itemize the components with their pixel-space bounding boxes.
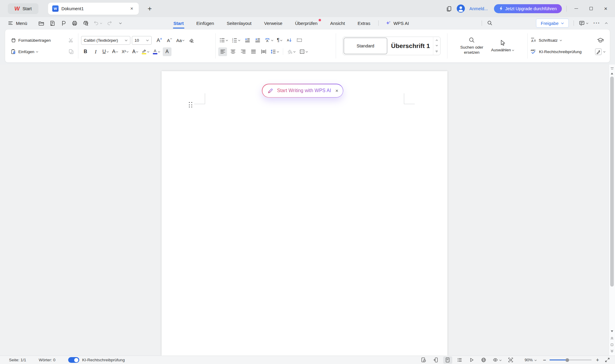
- document-area[interactable]: Start Writing with WPS AI ×: [0, 65, 615, 356]
- increase-indent-button[interactable]: [253, 36, 262, 45]
- word-count[interactable]: Wörter: 0: [39, 358, 56, 362]
- share-button[interactable]: Freigabe: [536, 19, 569, 28]
- scrollbar-thumb[interactable]: [610, 77, 614, 287]
- scroll-down-arrow[interactable]: [611, 330, 613, 332]
- more-options-button[interactable]: ···: [593, 20, 600, 26]
- italic-button[interactable]: I: [91, 47, 100, 56]
- decrease-indent-button[interactable]: [243, 36, 252, 45]
- styles-expand[interactable]: [436, 50, 438, 53]
- home-tab[interactable]: W Start: [8, 3, 38, 14]
- spellcheck-toggle[interactable]: [68, 357, 79, 363]
- document-tab[interactable]: W Dokument1 ×: [48, 3, 139, 15]
- line-spacing-button[interactable]: [269, 47, 280, 56]
- focus-mode-button[interactable]: [506, 356, 515, 364]
- superscript-button[interactable]: X²: [121, 47, 130, 56]
- print-layout-view-button[interactable]: [443, 356, 452, 364]
- fit-screen-button[interactable]: [604, 357, 610, 363]
- shrink-font-button[interactable]: A−: [165, 36, 174, 45]
- main-menu-button[interactable]: Menü: [5, 19, 30, 27]
- signin-link[interactable]: Anmeld...: [469, 6, 488, 11]
- paste-button[interactable]: Einfügen: [9, 48, 40, 56]
- ai-writing-pill[interactable]: Start Writing with WPS AI ×: [262, 84, 343, 98]
- zoom-slider[interactable]: [550, 359, 592, 360]
- export-pdf-button[interactable]: [60, 19, 68, 27]
- vertical-scrollbar[interactable]: [609, 65, 615, 356]
- scroll-up-arrow[interactable]: [611, 73, 613, 74]
- open-file-button[interactable]: [38, 19, 45, 27]
- close-window-button[interactable]: ×: [601, 4, 611, 13]
- format-painter-button[interactable]: Formatübertragen: [9, 36, 53, 44]
- select-browse-object-button[interactable]: [611, 344, 613, 346]
- select-button[interactable]: Auswählen: [488, 38, 517, 54]
- zoom-level[interactable]: 90%: [525, 358, 533, 362]
- highlight-color-button[interactable]: [141, 47, 150, 56]
- undo-chevron-icon[interactable]: [100, 22, 102, 24]
- tab-extras[interactable]: Extras: [351, 17, 377, 29]
- search-button[interactable]: [487, 20, 493, 26]
- borders-button[interactable]: [298, 47, 309, 56]
- restore-button[interactable]: [586, 4, 596, 13]
- change-case-button[interactable]: Aa: [175, 36, 186, 45]
- font-color-button[interactable]: A: [152, 47, 161, 56]
- zoom-in-button[interactable]: +: [596, 357, 599, 363]
- redo-button[interactable]: [106, 19, 114, 27]
- window-stack-icon[interactable]: [446, 5, 452, 12]
- tab-ueberpruefen[interactable]: Überprüfen: [289, 17, 324, 29]
- char-shading-button[interactable]: A: [163, 47, 171, 56]
- spellcheck-button[interactable]: ABC KI-Rechtschreibprüfung: [530, 49, 582, 55]
- justify-button[interactable]: [249, 47, 258, 56]
- cut-button[interactable]: [67, 36, 75, 45]
- show-marks-button[interactable]: ¶: [276, 36, 283, 45]
- collapse-ribbon-button[interactable]: [605, 22, 608, 25]
- avatar[interactable]: [457, 5, 465, 13]
- ruler-toggle-icon[interactable]: [610, 66, 614, 70]
- styles-scroll-up[interactable]: [436, 39, 438, 41]
- style-heading1[interactable]: Überschrift 1: [388, 37, 433, 55]
- text-orientation-button[interactable]: A: [285, 36, 294, 45]
- distribute-button[interactable]: [259, 47, 268, 56]
- print-preview-button[interactable]: [82, 19, 90, 27]
- zoom-slider-knob[interactable]: [565, 358, 569, 362]
- page-indicator[interactable]: Seite: 1/1: [9, 358, 26, 362]
- shading-button[interactable]: [286, 47, 297, 56]
- pen-tool-button[interactable]: [595, 48, 606, 56]
- text-effects-button[interactable]: A: [131, 47, 139, 56]
- document-page[interactable]: [162, 71, 447, 356]
- numbering-button[interactable]: 123: [231, 36, 241, 45]
- history-version-button[interactable]: [419, 356, 428, 364]
- typeset-button[interactable]: A Schriftsatz: [530, 37, 562, 43]
- strikethrough-button[interactable]: A: [111, 47, 120, 56]
- print-button[interactable]: [71, 19, 79, 27]
- zoom-out-button[interactable]: −: [543, 357, 546, 363]
- align-left-button[interactable]: [218, 47, 227, 56]
- zoom-chevron-icon[interactable]: [535, 359, 537, 361]
- align-right-button[interactable]: [239, 47, 247, 56]
- undo-button[interactable]: [93, 19, 102, 27]
- quick-toolbar-chevron[interactable]: [117, 19, 125, 27]
- styles-scroll-down[interactable]: [436, 44, 438, 46]
- read-mode-button[interactable]: [467, 356, 476, 364]
- text-direction-button[interactable]: A: [263, 36, 274, 45]
- outline-view-button[interactable]: [455, 356, 464, 364]
- clear-format-button[interactable]: [187, 36, 196, 45]
- previous-page-button[interactable]: [610, 337, 613, 340]
- comments-button[interactable]: [579, 20, 589, 26]
- tab-seitenlayout[interactable]: Seitenlayout: [220, 17, 258, 29]
- copy-button[interactable]: [67, 47, 75, 56]
- font-size-select[interactable]: 10: [132, 36, 152, 45]
- minimize-button[interactable]: [571, 4, 581, 13]
- protect-eye-button[interactable]: [491, 356, 503, 364]
- text-frame-button[interactable]: [295, 36, 304, 45]
- upgrade-button[interactable]: Jetzt Upgrade durchführen: [494, 4, 562, 13]
- ai-pill-close-button[interactable]: ×: [335, 88, 338, 93]
- tab-start[interactable]: Start: [167, 17, 190, 29]
- bullets-button[interactable]: [218, 36, 229, 45]
- tab-verweise[interactable]: Verweise: [258, 17, 289, 29]
- underline-button[interactable]: U: [101, 47, 110, 56]
- new-tab-button[interactable]: +: [145, 5, 154, 12]
- save-button[interactable]: [49, 19, 56, 27]
- learning-button[interactable]: [597, 37, 604, 44]
- align-center-button[interactable]: [229, 47, 237, 56]
- web-layout-button[interactable]: [479, 356, 488, 364]
- mobile-view-button[interactable]: [431, 356, 440, 364]
